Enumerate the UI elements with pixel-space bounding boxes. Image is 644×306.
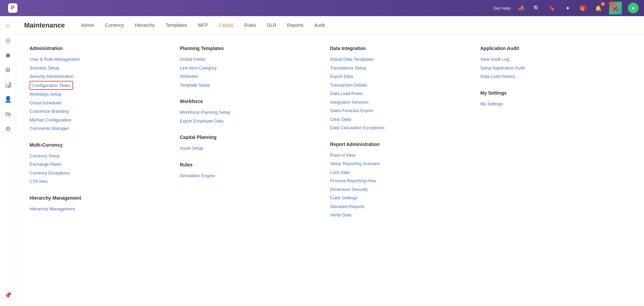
sidebar-icon-activity[interactable]: ◎	[1, 34, 15, 47]
nav-tabs: Admin Currency Hierarchy Templates WFP C…	[75, 16, 330, 35]
link-transaction-details[interactable]: Transaction Details	[330, 81, 470, 90]
tab-reports[interactable]: Reports	[282, 16, 309, 35]
link-view-audit-log[interactable]: View Audit Log	[480, 55, 620, 64]
link-myplan-configuration[interactable]: MyPlan Configuration	[30, 116, 169, 124]
get-help-button[interactable]: Get Help	[493, 6, 511, 11]
link-data-calculation-exceptions[interactable]: Data Calculation Exceptions	[330, 123, 470, 132]
tab-admin[interactable]: Admin	[75, 16, 100, 35]
section-title-application-audit: Application Audit	[480, 46, 620, 51]
tab-capital[interactable]: Capital	[213, 16, 239, 35]
link-clear-data[interactable]: Clear Data	[330, 115, 470, 124]
link-simulation-engine[interactable]: Simulation Engine	[180, 171, 319, 180]
link-sales-forecast-export[interactable]: Sales Forecast Export	[330, 106, 470, 115]
gift-icon[interactable]: 🎁	[578, 3, 588, 13]
link-customize-branding[interactable]: Customize Branding	[30, 107, 169, 116]
megaphone-icon[interactable]: 📣	[517, 3, 526, 13]
link-global-fields[interactable]: Global Fields	[180, 55, 319, 64]
link-cube-settings[interactable]: Cube Settings	[330, 194, 470, 202]
app-switcher-icon[interactable]: 🌺	[609, 2, 622, 14]
section-application-audit: Application Audit View Audit Log Setup A…	[480, 46, 620, 81]
sidebar-icon-settings[interactable]: ⚙	[1, 122, 15, 136]
top-bar-left: P	[5, 3, 17, 13]
link-setup-application-audit[interactable]: Setup Application Audit	[480, 64, 620, 72]
page-title: Maintenance	[24, 21, 65, 29]
notification-bell-icon[interactable]: 🔔 8	[594, 3, 603, 13]
tab-wfp[interactable]: WFP	[192, 16, 213, 35]
link-dimension-security[interactable]: Dimension Security	[330, 185, 470, 194]
tab-hierarchy[interactable]: Hierarchy	[129, 16, 160, 35]
sidebar-icon-home[interactable]: ⌂	[1, 19, 15, 32]
avatar[interactable]: A	[628, 3, 639, 13]
link-actual-data-templates[interactable]: Actual Data Templates	[330, 55, 470, 64]
link-line-item-category[interactable]: Line Item Category	[180, 64, 319, 72]
section-title-multi-currency: Multi-Currency	[30, 142, 169, 148]
sidebar-bottom: 📌	[1, 289, 15, 302]
link-my-settings[interactable]: My Settings	[480, 100, 620, 108]
link-workforce-planning-setup[interactable]: Workforce Planning Setup	[180, 108, 319, 117]
menu-column-1: Administration User & Role Management Sc…	[30, 46, 180, 229]
tab-rules[interactable]: Rules	[239, 16, 262, 35]
content-area: Maintenance Admin Currency Hierarchy Tem…	[16, 16, 644, 306]
link-workdays-setup[interactable]: Workdays Setup	[30, 90, 169, 99]
menu-column-4: Application Audit View Audit Log Setup A…	[480, 46, 631, 229]
link-data-load-history[interactable]: Data Load History	[480, 72, 620, 81]
link-export-employee-data[interactable]: Export Employee Data	[180, 117, 319, 125]
link-exchange-rates[interactable]: Exchange Rates	[30, 160, 169, 169]
left-sidebar: ⌂ ◎ ◉ ⊞ 📊 👤 🛍 ⚙ 📌	[0, 16, 16, 306]
section-rules: Rules Simulation Engine	[180, 162, 319, 180]
link-setup-reporting-scenario[interactable]: Setup Reporting Scenario	[330, 159, 470, 168]
link-lock-data[interactable]: Lock Data	[330, 168, 470, 177]
section-capital-planning: Capital Planning Asset Setup	[180, 135, 319, 153]
tab-currency[interactable]: Currency	[100, 16, 129, 35]
link-configuration-tasks[interactable]: Configuration Tasks	[30, 81, 73, 90]
link-process-reporting-area[interactable]: Process Reporting Area	[330, 176, 470, 185]
link-export-data[interactable]: Export Data	[330, 72, 470, 81]
section-title-workforce: Workforce	[180, 99, 319, 104]
section-multi-currency: Multi-Currency Currency Setup Exchange R…	[30, 142, 169, 186]
search-icon[interactable]: 🔍	[532, 3, 541, 13]
link-translations-setup[interactable]: Translations Setup	[330, 64, 470, 72]
link-currency-setup[interactable]: Currency Setup	[30, 152, 169, 160]
link-hierarchy-management[interactable]: Hierarchy Management	[30, 205, 169, 213]
link-verify-data[interactable]: Verify Data	[330, 211, 470, 219]
section-hierarchy-management: Hierarchy Management Hierarchy Managemen…	[30, 195, 169, 213]
top-bar-actions: Get Help 📣 🔍 🔖 ✦ 🎁 🔔 8 🌺 A	[493, 2, 639, 14]
link-security-administration[interactable]: Security Administration	[30, 72, 169, 81]
app-logo[interactable]: P	[8, 3, 17, 13]
section-title-capital-planning: Capital Planning	[180, 135, 319, 140]
link-integration-services[interactable]: Integration Services	[330, 98, 470, 107]
link-template-setup[interactable]: Template Setup	[180, 81, 319, 90]
menu-column-3: Data Integration Actual Data Templates T…	[330, 46, 480, 229]
tab-templates[interactable]: Templates	[160, 16, 193, 35]
section-title-report-administration: Report Administration	[330, 142, 470, 147]
menu-column-2: Planning Templates Global Fields Line It…	[180, 46, 330, 229]
notification-badge: 8	[601, 2, 605, 6]
menu-grid: Administration User & Role Management Sc…	[30, 46, 631, 229]
link-asset-setup[interactable]: Asset Setup	[180, 144, 319, 153]
link-user-role-management[interactable]: User & Role Management	[30, 55, 169, 64]
tab-audit[interactable]: Audit	[309, 16, 330, 35]
compass-icon[interactable]: ✦	[563, 3, 572, 13]
section-data-integration: Data Integration Actual Data Templates T…	[330, 46, 470, 132]
link-comments-manager[interactable]: Comments Manager	[30, 124, 169, 133]
sidebar-icon-pin[interactable]: 📌	[1, 289, 15, 302]
sidebar-icon-target[interactable]: ◉	[1, 48, 15, 62]
sidebar-icon-bag[interactable]: 🛍	[1, 107, 15, 121]
sidebar-icon-chart[interactable]: 📊	[1, 78, 15, 91]
section-title-hierarchy-management: Hierarchy Management	[30, 195, 169, 201]
section-title-rules: Rules	[180, 162, 319, 167]
sidebar-icon-grid[interactable]: ⊞	[1, 63, 15, 76]
link-attributes[interactable]: Attributes	[180, 72, 319, 81]
link-cloud-scheduler[interactable]: Cloud Scheduler	[30, 99, 169, 107]
link-currency-exceptions[interactable]: Currency Exceptions	[30, 169, 169, 177]
link-scenario-setup[interactable]: Scenario Setup	[30, 64, 169, 72]
tab-dlr[interactable]: DLR	[262, 16, 282, 35]
sidebar-icon-person[interactable]: 👤	[1, 93, 15, 106]
link-point-of-view[interactable]: Point of View	[330, 151, 470, 160]
section-workforce: Workforce Workforce Planning Setup Expor…	[180, 99, 319, 125]
link-standard-reports[interactable]: Standard Reports	[330, 202, 470, 211]
link-cta-sets[interactable]: CTA Sets	[30, 177, 169, 186]
bookmark-icon[interactable]: 🔖	[547, 3, 557, 13]
section-my-settings: My Settings My Settings	[480, 90, 620, 108]
link-data-load-rules[interactable]: Data Load Rules	[330, 89, 470, 98]
